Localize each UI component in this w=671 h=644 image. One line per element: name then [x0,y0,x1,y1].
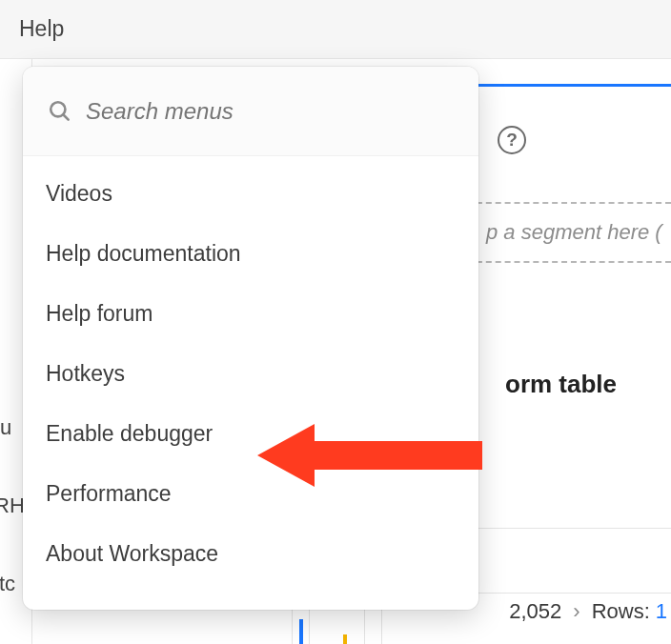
help-circle-icon[interactable]: ? [498,126,526,154]
help-menu-trigger[interactable]: Help [19,16,64,42]
help-dropdown-menu: Videos Help documentation Help forum Hot… [23,67,478,610]
segment-drop-hint: p a segment here ( [486,220,662,245]
menu-search-row [23,67,478,156]
menu-item-videos[interactable]: Videos [23,164,478,224]
side-fragment-3: itc [0,572,15,596]
side-fragment-2: RH [0,493,25,518]
menu-item-about-workspace[interactable]: About Workspace [23,524,478,584]
rows-number[interactable]: 1 [656,599,667,624]
svg-line-1 [63,114,68,119]
tab-underline [477,84,671,87]
segment-drop-zone[interactable]: p a segment here ( [467,202,671,263]
mini-chart [273,610,387,644]
rows-label: Rows: [592,599,650,624]
row-count: 2,052 [509,599,561,624]
menu-item-help-documentation[interactable]: Help documentation [23,224,478,284]
menu-item-hotkeys[interactable]: Hotkeys [23,344,478,404]
freeform-table-title: orm table [505,370,617,399]
chevron-right-icon[interactable]: › [573,599,580,624]
menu-list: Videos Help documentation Help forum Hot… [23,156,478,584]
top-bar: Help [0,0,671,59]
menu-search-input[interactable] [86,98,454,125]
menu-item-enable-debugger[interactable]: Enable debugger [23,404,478,464]
search-icon [48,99,72,124]
menu-item-help-forum[interactable]: Help forum [23,284,478,344]
side-fragment-1: tu [0,415,11,440]
menu-item-performance[interactable]: Performance [23,464,478,524]
help-circle-glyph: ? [506,130,518,151]
